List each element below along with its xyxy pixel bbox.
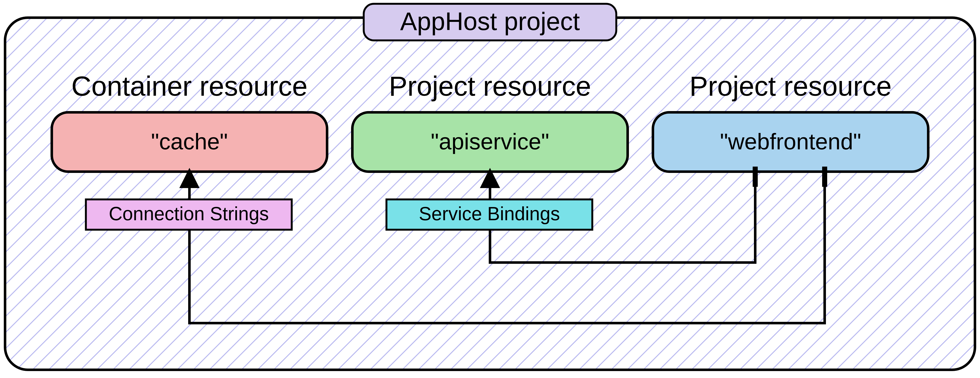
label-webfrontend: "webfrontend" xyxy=(720,129,861,154)
apphost-title: AppHost project xyxy=(400,7,580,35)
connection-strings-box: Connection Strings xyxy=(86,199,292,230)
apphost-title-box: AppHost project xyxy=(364,4,616,40)
service-bindings-box: Service Bindings xyxy=(387,199,592,230)
column-apiservice: Project resource "apiservice" xyxy=(352,71,628,172)
column-cache: Container resource "cache" xyxy=(52,71,327,172)
heading-container-resource: Container resource xyxy=(72,71,308,102)
label-connection-strings: Connection Strings xyxy=(109,203,269,224)
label-apiservice: "apiservice" xyxy=(431,129,549,154)
column-webfrontend: Project resource "webfrontend" xyxy=(653,71,928,172)
label-cache: "cache" xyxy=(151,129,228,154)
heading-project-resource-2: Project resource xyxy=(689,71,892,102)
label-service-bindings: Service Bindings xyxy=(419,203,560,224)
heading-project-resource-1: Project resource xyxy=(389,71,591,102)
apphost-architecture-diagram: AppHost project Container resource "cach… xyxy=(0,0,980,378)
